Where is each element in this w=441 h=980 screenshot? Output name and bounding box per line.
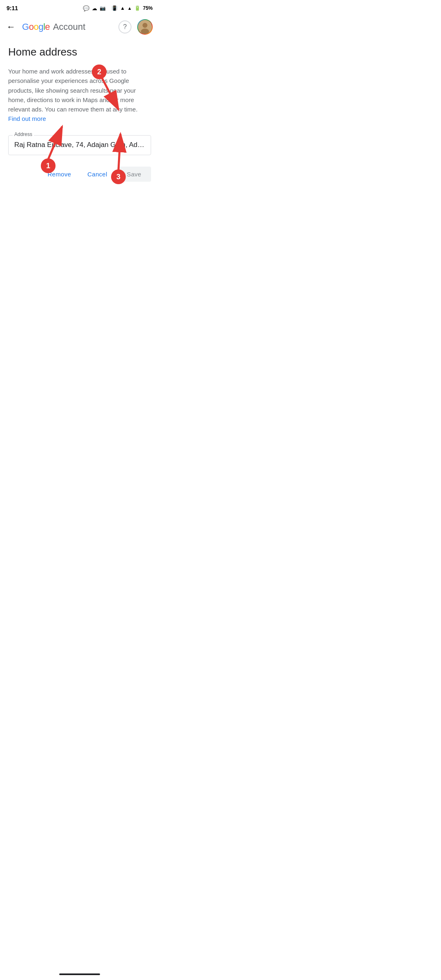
address-value: Raj Ratna Enclave, 74, Adajan Gam, Adaja… [14,140,145,150]
address-label: Address [13,131,34,137]
main-content: Home address Your home and work addresse… [0,39,159,198]
top-nav: ← Google Account ? [0,15,159,39]
google-logo-e: e [45,22,50,32]
nav-right: ? [118,19,153,35]
google-logo-o1: o [29,22,34,32]
battery-icon: 🔋 [134,5,140,11]
page-title: Home address [8,46,151,58]
back-button[interactable]: ← [5,20,17,34]
app-title: Google Account [22,22,85,32]
cancel-button[interactable]: Cancel [81,167,114,182]
find-out-more-link[interactable]: Find out more [8,115,46,122]
battery-percent: 75% [143,5,153,11]
svg-point-1 [143,23,147,28]
help-button[interactable]: ? [118,20,131,33]
camera-icon: 📷 [100,5,106,11]
address-field[interactable]: Address Raj Ratna Enclave, 74, Adajan Ga… [8,135,151,156]
annotation-badge-2: 2 [92,65,107,79]
status-bar: 9:11 💬 ☁ 📷 📳 ▲ ▲ 🔋 75% [0,0,159,15]
description-text: Your home and work addresses are used to… [8,67,151,124]
annotation-badge-3: 3 [111,169,126,184]
google-logo-g: G [22,22,29,32]
action-buttons: Remove Cancel Save [8,167,151,182]
wifi-icon: ▲ [120,5,125,11]
google-logo-g2: g [38,22,43,32]
annotation-badge-1: 1 [41,158,56,173]
signal-icon: ▲ [127,6,132,11]
account-label: Account [53,22,86,32]
cloud-icon: ☁ [92,5,97,11]
question-mark-icon: ? [123,23,127,31]
vibrate-icon: 📳 [111,5,118,11]
status-icons: 💬 ☁ 📷 📳 ▲ ▲ 🔋 75% [83,5,153,11]
chat-icon: 💬 [83,5,89,11]
avatar-button[interactable] [137,19,153,35]
nav-left: ← Google Account [5,20,85,34]
avatar-image [138,20,152,34]
status-time: 9:11 [7,5,18,11]
google-logo-o2: o [33,22,38,32]
